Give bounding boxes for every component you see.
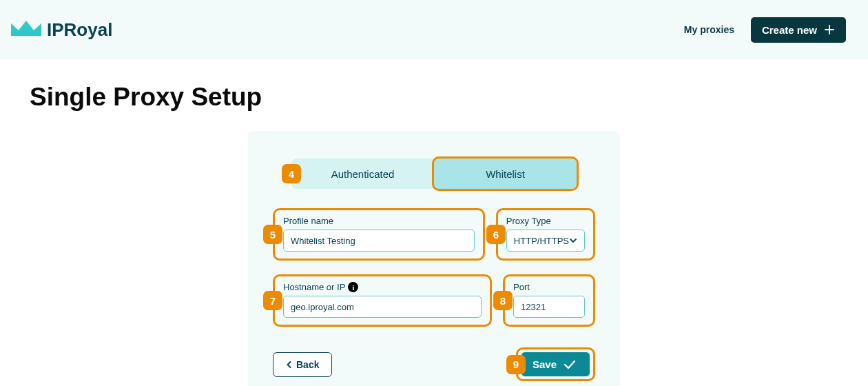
highlight-box-8: Port [503, 274, 595, 327]
badge-8: 8 [493, 291, 513, 310]
badge-5: 5 [263, 225, 282, 244]
brand: IPRoyal [11, 19, 112, 41]
row-1: 5 Profile name 6 Proxy Type HTTP/HTTPS [273, 208, 595, 261]
crown-icon [11, 21, 41, 39]
badge-7: 7 [263, 291, 282, 310]
hostname-wrap: 7 Hostname or IP i [273, 274, 492, 327]
save-label: Save [533, 358, 557, 370]
button-row: Back 9 Save [273, 347, 595, 381]
badge-4: 4 [282, 164, 301, 183]
plus-icon [824, 24, 835, 35]
topbar: IPRoyal My proxies Create new [0, 0, 868, 59]
back-label: Back [296, 359, 319, 370]
setup-card: Authenticated Whitelist 4 5 Profile name… [248, 131, 620, 386]
check-icon [564, 360, 576, 369]
proxy-type-wrap: 6 Proxy Type HTTP/HTTPS [496, 208, 595, 261]
save-button[interactable]: Save [521, 352, 590, 376]
brand-text: IPRoyal [47, 19, 112, 41]
highlight-box-5: Profile name [273, 208, 485, 261]
port-label: Port [513, 282, 585, 292]
highlight-box-6: Proxy Type HTTP/HTTPS [496, 208, 595, 261]
profile-name-input[interactable] [283, 230, 475, 252]
chevron-left-icon [286, 360, 292, 369]
profile-name-wrap: 5 Profile name [273, 208, 485, 261]
proxy-type-label: Proxy Type [506, 216, 585, 226]
tabs-wrap: Authenticated Whitelist 4 [291, 159, 577, 189]
tabs: Authenticated Whitelist [291, 159, 577, 189]
port-input[interactable] [513, 296, 585, 318]
row-2: 7 Hostname or IP i 8 Port [273, 274, 595, 327]
save-wrap: 9 Save [516, 347, 595, 381]
back-button[interactable]: Back [273, 352, 332, 377]
create-new-label: Create new [762, 24, 817, 36]
info-icon[interactable]: i [348, 282, 358, 292]
proxy-type-value: HTTP/HTTPS [514, 236, 569, 246]
tab-whitelist[interactable]: Whitelist [434, 159, 577, 189]
badge-6: 6 [486, 225, 506, 244]
hostname-input[interactable] [283, 296, 482, 318]
page-title: Single Proxy Setup [30, 83, 868, 112]
hostname-label-text: Hostname or IP [283, 282, 345, 292]
highlight-box-9: Save [516, 347, 595, 381]
port-wrap: 8 Port [503, 274, 595, 327]
my-proxies-link[interactable]: My proxies [684, 24, 734, 35]
profile-name-label: Profile name [283, 216, 475, 226]
topbar-right: My proxies Create new [684, 17, 846, 43]
create-new-button[interactable]: Create new [751, 17, 846, 43]
badge-9: 9 [506, 355, 526, 374]
hostname-label: Hostname or IP i [283, 282, 482, 292]
proxy-type-select[interactable]: HTTP/HTTPS [506, 230, 585, 252]
highlight-box-7: Hostname or IP i [273, 274, 492, 327]
chevron-down-icon [569, 236, 577, 245]
tab-authenticated[interactable]: Authenticated [291, 159, 434, 189]
